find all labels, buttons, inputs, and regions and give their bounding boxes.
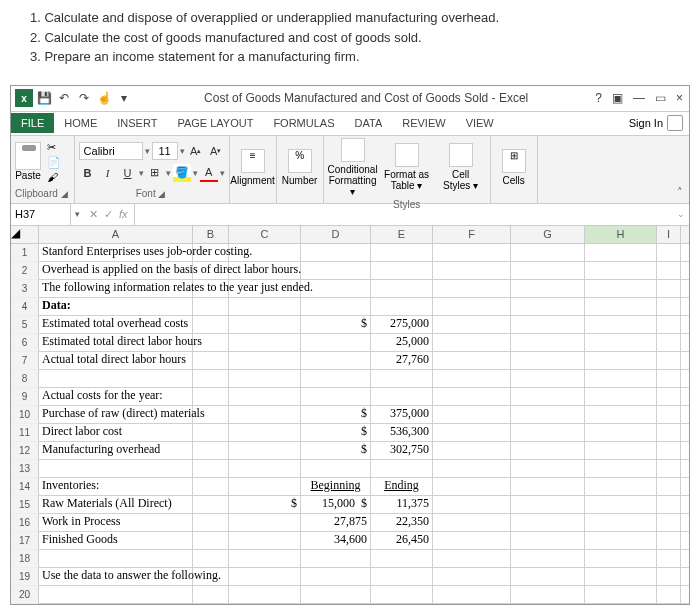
cells-area[interactable]: Stanford Enterprises uses job-order cost…	[39, 244, 689, 604]
cells-button[interactable]: ⊞ Cells	[495, 149, 533, 186]
col-header-i[interactable]: I	[657, 226, 681, 243]
cell[interactable]: Actual total direct labor hours	[39, 352, 193, 369]
conditional-formatting-button[interactable]: ConditionalFormatting ▾	[328, 138, 378, 197]
tab-home[interactable]: HOME	[54, 113, 107, 133]
cell[interactable]: 27,875	[301, 514, 371, 531]
col-header-h[interactable]: H	[585, 226, 657, 243]
cell[interactable]: 15,000 $	[301, 496, 371, 513]
tab-page-layout[interactable]: PAGE LAYOUT	[167, 113, 263, 133]
tab-file[interactable]: FILE	[11, 113, 54, 133]
cell[interactable]: $	[301, 406, 371, 423]
cell[interactable]: Beginning	[301, 478, 371, 495]
cell[interactable]: 302,750	[371, 442, 433, 459]
ribbon-display-icon[interactable]: ▣	[612, 91, 623, 105]
row-header[interactable]: 20	[11, 586, 39, 604]
row-header[interactable]: 1	[11, 244, 39, 262]
col-header-f[interactable]: F	[433, 226, 511, 243]
bold-button[interactable]: B	[79, 164, 97, 182]
col-header-e[interactable]: E	[371, 226, 433, 243]
row-header[interactable]: 16	[11, 514, 39, 532]
tab-review[interactable]: REVIEW	[392, 113, 455, 133]
tab-formulas[interactable]: FORMULAS	[263, 113, 344, 133]
font-color-icon[interactable]: A	[200, 164, 218, 182]
cell[interactable]: Estimated total overhead costs	[39, 316, 193, 333]
cut-icon[interactable]: ✂	[47, 141, 61, 154]
cell[interactable]: Inventories:	[39, 478, 193, 495]
collapse-ribbon-icon[interactable]: ˄	[677, 186, 683, 199]
cell[interactable]: Direct labor cost	[39, 424, 193, 441]
cell[interactable]: 25,000	[371, 334, 433, 351]
underline-button[interactable]: U	[119, 164, 137, 182]
cell[interactable]: Estimated total direct labor hours	[39, 334, 193, 351]
sign-in[interactable]: Sign In	[623, 115, 689, 131]
borders-icon[interactable]: ⊞	[146, 164, 164, 182]
row-header[interactable]: 7	[11, 352, 39, 370]
cell[interactable]: Purchase of raw (direct) materials	[39, 406, 193, 423]
fill-color-icon[interactable]: 🪣	[173, 164, 191, 182]
name-box-dropdown-icon[interactable]: ▾	[71, 209, 83, 219]
col-header-g[interactable]: G	[511, 226, 585, 243]
row-header[interactable]: 4	[11, 298, 39, 316]
row-header[interactable]: 12	[11, 442, 39, 460]
cell[interactable]: Manufacturing overhead	[39, 442, 193, 459]
row-header[interactable]: 10	[11, 406, 39, 424]
cell[interactable]: The following information relates to the…	[39, 280, 193, 297]
tab-data[interactable]: DATA	[345, 113, 393, 133]
cell[interactable]: Stanford Enterprises uses job-order cost…	[39, 244, 193, 261]
format-painter-icon[interactable]: 🖌	[47, 171, 61, 183]
save-icon[interactable]: 💾	[35, 89, 53, 107]
cell[interactable]: 34,600	[301, 532, 371, 549]
row-header[interactable]: 9	[11, 388, 39, 406]
col-header-d[interactable]: D	[301, 226, 371, 243]
cell[interactable]: 11,375	[371, 496, 433, 513]
row-header[interactable]: 2	[11, 262, 39, 280]
row-header[interactable]: 15	[11, 496, 39, 514]
cell[interactable]: 26,450	[371, 532, 433, 549]
cell[interactable]: 27,760	[371, 352, 433, 369]
fx-icon[interactable]: fx	[119, 208, 128, 221]
font-name-input[interactable]: Calibri	[79, 142, 143, 160]
font-launcher-icon[interactable]: ◢	[158, 189, 167, 199]
italic-button[interactable]: I	[99, 164, 117, 182]
increase-font-icon[interactable]: A▴	[187, 142, 205, 160]
clipboard-launcher-icon[interactable]: ◢	[61, 189, 70, 199]
cell-styles-button[interactable]: CellStyles ▾	[436, 143, 486, 191]
font-size-input[interactable]: 11	[152, 142, 178, 160]
cell[interactable]: Actual costs for the year:	[39, 388, 193, 405]
formula-expand-icon[interactable]: ⌄	[673, 209, 689, 219]
row-header[interactable]: 17	[11, 532, 39, 550]
enter-formula-icon[interactable]: ✓	[104, 208, 113, 221]
row-header[interactable]: 14	[11, 478, 39, 496]
qat-dropdown-icon[interactable]: ▾	[115, 89, 133, 107]
select-all-corner[interactable]: ◢	[11, 226, 39, 243]
paste-button[interactable]: Paste	[15, 142, 41, 181]
touch-mode-icon[interactable]: ☝	[95, 89, 113, 107]
redo-icon[interactable]: ↷	[75, 89, 93, 107]
row-header[interactable]: 18	[11, 550, 39, 568]
name-box[interactable]: H37	[11, 204, 71, 225]
col-header-c[interactable]: C	[229, 226, 301, 243]
tab-view[interactable]: VIEW	[456, 113, 504, 133]
close-icon[interactable]: ×	[676, 91, 683, 105]
cell[interactable]: 275,000	[371, 316, 433, 333]
minimize-icon[interactable]: —	[633, 91, 645, 105]
restore-icon[interactable]: ▭	[655, 91, 666, 105]
cell[interactable]: 375,000	[371, 406, 433, 423]
number-button[interactable]: % Number	[281, 149, 319, 186]
col-header-a[interactable]: A	[39, 226, 193, 243]
tab-insert[interactable]: INSERT	[107, 113, 167, 133]
cell[interactable]: Use the data to answer the following.	[39, 568, 193, 585]
help-icon[interactable]: ?	[595, 91, 602, 105]
cell[interactable]: Raw Materials (All Direct)	[39, 496, 193, 513]
cell[interactable]: $	[301, 316, 371, 333]
cell[interactable]: $	[301, 424, 371, 441]
copy-icon[interactable]: 📄	[47, 156, 61, 169]
row-header[interactable]: 8	[11, 370, 39, 388]
cell[interactable]: Finished Goods	[39, 532, 193, 549]
cell[interactable]: Ending	[371, 478, 433, 495]
cell[interactable]: Work in Process	[39, 514, 193, 531]
undo-icon[interactable]: ↶	[55, 89, 73, 107]
cell[interactable]: Overhead is applied on the basis of dire…	[39, 262, 193, 279]
cell[interactable]: $	[229, 496, 301, 513]
format-as-table-button[interactable]: Format asTable ▾	[382, 143, 432, 191]
